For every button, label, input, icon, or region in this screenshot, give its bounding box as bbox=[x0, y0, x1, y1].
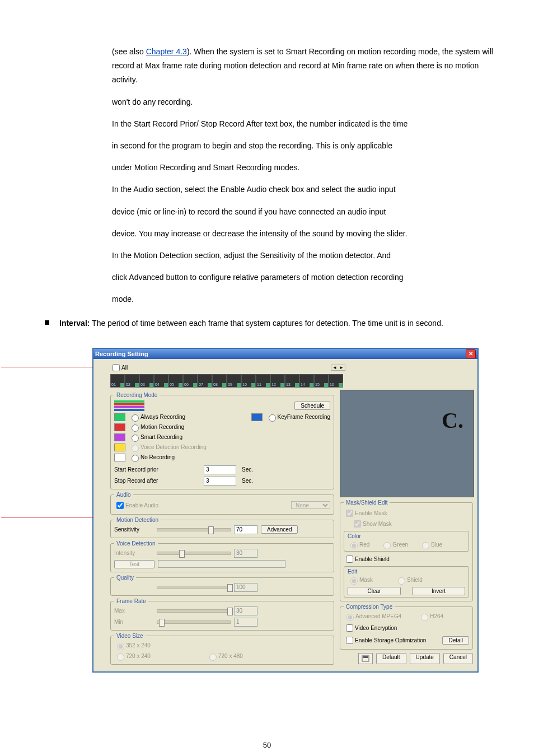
mask-shield-group: Mask/Shield Edit Enable Mask Show Mask C… bbox=[340, 500, 473, 601]
camera-thumb[interactable]: 06 bbox=[183, 374, 198, 388]
camera-thumb[interactable]: 01 bbox=[110, 374, 125, 388]
sec-label2: Sec. bbox=[242, 478, 253, 484]
intro-prefix: (see also bbox=[112, 47, 146, 56]
camera-thumb[interactable]: 12 bbox=[270, 374, 285, 388]
camera-thumb[interactable]: 10 bbox=[241, 374, 256, 388]
quality-group: Quality bbox=[110, 575, 334, 596]
camera-thumb[interactable]: 15 bbox=[314, 374, 329, 388]
window-title: Recording Setting bbox=[95, 351, 148, 357]
cam-pager[interactable]: ◄► bbox=[331, 365, 345, 371]
enable-shield-checkbox[interactable]: Enable Shield bbox=[344, 554, 390, 564]
compression-group: Compression Type Advanced MPEG4 H264 Vid… bbox=[340, 604, 473, 650]
chapter-link[interactable]: Chapter 4.3 bbox=[146, 47, 187, 56]
video-size-title: Video Size bbox=[114, 633, 146, 639]
window-titlebar[interactable]: Recording Setting ✕ bbox=[93, 349, 477, 359]
motion-recording-radio[interactable]: Motion Recording bbox=[129, 423, 184, 432]
edit-shield: Shield bbox=[395, 576, 423, 585]
callout-line bbox=[1, 517, 93, 517]
start-prior-label: Start Record prior bbox=[114, 466, 204, 473]
camera-thumb[interactable]: 08 bbox=[212, 374, 227, 388]
smart-recording-radio[interactable]: Smart Recording bbox=[129, 433, 182, 442]
bullet-square-icon bbox=[45, 320, 49, 325]
invert-button[interactable]: Invert bbox=[412, 587, 465, 595]
always-recording-radio[interactable]: Always Recording bbox=[129, 413, 185, 422]
storage-opt-checkbox[interactable]: Enable Storage Optimization bbox=[344, 635, 426, 646]
camera-thumb[interactable]: 16 bbox=[329, 374, 343, 388]
comp-h264: H264 bbox=[418, 612, 443, 621]
max-label: Max bbox=[114, 608, 153, 614]
enable-audio-checkbox[interactable]: Enable Audio bbox=[114, 500, 158, 511]
camera-thumb[interactable]: 03 bbox=[139, 374, 154, 388]
start-prior-input[interactable] bbox=[204, 465, 236, 474]
video-encryption-checkbox[interactable]: Video Encryption bbox=[344, 623, 397, 633]
camera-thumb[interactable]: 07 bbox=[198, 374, 212, 388]
keyframe-recording-radio[interactable]: KeyFrame Recording bbox=[266, 413, 330, 422]
keyframe-swatch-icon bbox=[251, 413, 263, 421]
quality-title: Quality bbox=[114, 575, 136, 581]
comp-mpeg4: Advanced MPEG4 bbox=[344, 612, 401, 621]
always-label: Always Recording bbox=[140, 414, 185, 420]
sensitivity-slider[interactable] bbox=[157, 528, 231, 531]
stop-after-input[interactable] bbox=[204, 477, 236, 486]
recording-setting-window: Recording Setting ✕ All ◄► 0102030405060… bbox=[92, 348, 479, 673]
always-swatch-icon bbox=[114, 413, 125, 421]
sec-label: Sec. bbox=[242, 466, 253, 473]
frame-title: Frame Rate bbox=[114, 598, 148, 604]
compression-title: Compression Type bbox=[344, 604, 395, 610]
update-button[interactable]: Update bbox=[410, 653, 440, 664]
min-label: Min bbox=[114, 619, 153, 625]
schedule-button[interactable]: Schedule bbox=[294, 402, 330, 410]
intensity-input bbox=[234, 549, 257, 558]
voice-title: Voice Detection bbox=[114, 540, 158, 547]
audio-title: Audio bbox=[114, 492, 133, 498]
camera-thumb[interactable]: 04 bbox=[154, 374, 168, 388]
prev-icon[interactable]: ◄ bbox=[331, 365, 338, 370]
bullet-bold: Interval: bbox=[59, 319, 90, 328]
motion-swatch-icon bbox=[114, 423, 125, 431]
sensitivity-input[interactable] bbox=[234, 525, 257, 534]
smart-label: Smart Recording bbox=[140, 434, 182, 440]
camera-thumb[interactable]: 02 bbox=[125, 374, 139, 388]
intro-line2: won't do any recording. bbox=[112, 95, 500, 109]
advanced-button[interactable]: Advanced bbox=[261, 525, 298, 534]
edit-mask: Mask bbox=[348, 576, 373, 585]
max-input bbox=[234, 606, 257, 615]
cancel-button[interactable]: Cancel bbox=[443, 653, 473, 664]
clear-button[interactable]: Clear bbox=[348, 587, 401, 595]
voice-label: Voice Detection Recording bbox=[140, 444, 207, 450]
all-label: All bbox=[121, 365, 128, 371]
all-checkbox[interactable]: All bbox=[110, 362, 128, 373]
body-l6: In the Motion Detection section, adjust … bbox=[112, 249, 500, 263]
close-icon[interactable]: ✕ bbox=[466, 349, 476, 358]
camera-thumb[interactable]: 13 bbox=[285, 374, 299, 388]
stop-after-label: Stop Record after bbox=[114, 478, 204, 484]
motion-detection-group: Motion Detection Sensitivity Advanced bbox=[110, 517, 334, 538]
video-size-group: Video Size 352 x 240 720 x 240 720 x 480 bbox=[110, 633, 334, 665]
no-recording-radio[interactable]: No Recording bbox=[129, 453, 175, 462]
motion-label: Motion Recording bbox=[140, 424, 184, 430]
camera-thumb[interactable]: 09 bbox=[227, 374, 241, 388]
camera-list: 01020304050607080910111213141516 bbox=[110, 374, 473, 388]
next-icon[interactable]: ► bbox=[338, 365, 345, 370]
none-swatch-icon bbox=[114, 454, 125, 461]
camera-thumb[interactable]: 11 bbox=[256, 374, 270, 388]
body-l7: click Advanced button to configure relat… bbox=[112, 270, 500, 284]
keyframe-label: KeyFrame Recording bbox=[278, 414, 330, 420]
quality-slider[interactable] bbox=[157, 586, 231, 589]
test-button: Test bbox=[114, 560, 154, 568]
audio-device-select: None bbox=[291, 501, 330, 509]
camera-thumb[interactable]: 05 bbox=[168, 374, 183, 388]
save-icon-button[interactable] bbox=[358, 653, 373, 664]
preview-letter: C. bbox=[442, 407, 463, 433]
default-button[interactable]: Default bbox=[376, 653, 406, 664]
detail-button[interactable]: Detail bbox=[442, 636, 469, 645]
floppy-icon bbox=[362, 655, 369, 662]
voice-recording-radio: Voice Detection Recording bbox=[129, 443, 207, 452]
min-slider bbox=[157, 620, 231, 624]
body-l3: In the Audio section, select the Enable … bbox=[112, 183, 500, 197]
smart-swatch-icon bbox=[114, 433, 125, 441]
vsize-720x480: 720 x 480 bbox=[207, 652, 243, 661]
camera-thumb[interactable]: 14 bbox=[299, 374, 314, 388]
recording-bars-icon bbox=[114, 400, 144, 412]
vsize-352: 352 x 240 bbox=[114, 641, 151, 650]
